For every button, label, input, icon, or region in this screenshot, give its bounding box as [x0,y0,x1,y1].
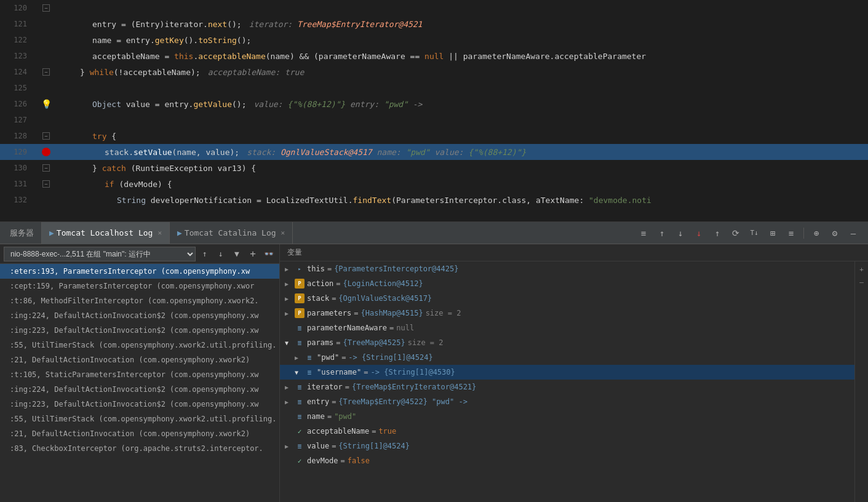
stack-item-9[interactable]: :ing:223, DefaultActionInvocation$2 (com… [0,397,279,412]
stack-item-0[interactable]: :eters:193, ParametersInterceptor (com.o… [0,264,279,279]
var-value-7: -> {String[1]@4530} [370,368,455,376]
var-name-10: name [307,412,325,421]
expand-arrow-2[interactable]: ▶ [285,295,293,302]
tab-tomcat-localhost-close[interactable]: ✕ [157,229,162,237]
line-gutter-126: 💡 [37,99,55,109]
toolbar-btn-settings[interactable]: ⚙ [827,226,842,241]
toolbar-btn-menu[interactable]: ≡ [636,226,651,241]
toolbar-btn-list[interactable]: ≡ [784,226,798,241]
variables-list: ▶▸this = {ParametersInterceptor@4425}▶Pa… [280,261,868,502]
expand-arrow-3[interactable]: ▶ [285,310,293,317]
debug-value-126: value: {"%(88+12)"} entry: "pwd" -> [253,100,422,109]
expand-arrow-12[interactable]: ▶ [285,443,293,450]
tab-tomcat-catalina[interactable]: ▶ Tomcat Catalina Log ✕ [170,222,293,244]
expand-arrow-5[interactable]: ▼ [285,340,293,346]
var-item-2[interactable]: ▶Pstack = {OgnlValueStack@4517} [280,291,868,306]
side-remove-btn[interactable]: – [856,276,867,287]
toolbar-btn-up2[interactable]: ↑ [710,226,725,241]
callstack-down-btn[interactable]: ↓ [214,247,228,261]
code-editor: 120−121entry = (Entry)iterator.next();it… [0,0,868,221]
var-name-13: devMode [307,456,338,465]
tab-server[interactable]: 服务器 [2,222,42,244]
tab-tomcat-localhost[interactable]: ▶ Tomcat Localhost Log ✕ [42,222,170,244]
variables-panel: 变量 ▶▸this = {ParametersInterceptor@4425}… [280,244,868,502]
tab-toolbar: ≡ ↑ ↓ ↓ ↑ ⟳ T↓ ⊞ ≡ ⊕ ⚙ — [636,226,866,241]
var-item-5[interactable]: ▼≡params = {TreeMap@4525} size = 2 [280,335,868,350]
stack-item-5[interactable]: :55, UtilTimerStack (com.opensymphony.xw… [0,338,279,353]
var-name-0: this [307,265,325,273]
tab-bar: 服务器 ▶ Tomcat Localhost Log ✕ ▶ Tomcat Ca… [0,222,868,244]
code-line-122: 122name = entry.getKey().toString(); [0,32,868,48]
var-value-4: null [396,324,414,332]
stack-item-3[interactable]: :ing:224, DefaultActionInvocation$2 (com… [0,308,279,323]
fold-icon-131[interactable]: − [42,180,50,188]
var-item-1[interactable]: ▶Paction = {LoginAction@4512} [280,276,868,291]
var-item-3[interactable]: ▶Pparameters = {HashMap@4515} size = 2 [280,306,868,321]
fold-icon-120[interactable]: − [42,4,50,12]
toolbar-btn-up[interactable]: ↑ [655,226,669,241]
code-content-123: acceptableName = this.acceptableName(nam… [55,52,868,61]
toolbar-btn-down2[interactable]: ↓ [691,226,706,241]
stack-item-12[interactable]: :83, CheckboxInterceptor (org.apache.str… [0,441,279,456]
var-value-9: {TreeMap$Entry@4522} "pwd" -> [338,397,468,406]
var-size-5: size = 2 [408,338,444,347]
var-value-2: {OgnlValueStack@4517} [338,294,432,303]
var-item-4[interactable]: ≡parameterNameAware = null [280,321,868,335]
expand-arrow-1[interactable]: ▶ [285,281,293,287]
expand-arrow-8[interactable]: ▶ [285,384,293,391]
line-number-129: 129 [0,148,37,156]
var-item-6[interactable]: ▶≡"pwd" = -> {String[1]@4524} [280,350,868,365]
var-item-9[interactable]: ▶≡entry = {TreeMap$Entry@4522} "pwd" -> [280,394,868,409]
code-line-131: 131−if (devMode) { [0,176,868,192]
var-icon-3: P [295,308,305,318]
stack-item-11[interactable]: :21, DefaultActionInvocation (com.opensy… [0,426,279,441]
code-content-129: stack.setValue(name, value);stack: OgnlV… [55,148,868,157]
var-item-12[interactable]: ▶≡value = {String[1]@4524} [280,439,868,453]
stack-item-2[interactable]: :t:86, MethodFilterInterceptor (com.open… [0,293,279,308]
callstack-up-btn[interactable]: ↑ [198,247,212,261]
toolbar-btn-refresh[interactable]: ⟳ [728,226,743,241]
code-line-128: 128−try { [0,128,868,144]
fold-icon-124[interactable]: − [42,68,50,76]
line-number-120: 120 [0,4,37,12]
line-number-124: 124 [0,68,37,76]
stack-item-10[interactable]: :55, UtilTimerStack (com.opensymphony.xw… [0,412,279,426]
var-icon-13: ✓ [295,456,305,466]
expand-arrow-7[interactable]: ▼ [295,369,303,376]
line-number-127: 127 [0,116,37,124]
fold-icon-130[interactable]: − [42,164,50,172]
vars-side-panel: ▶▸this = {ParametersInterceptor@4425}▶Pa… [280,261,868,502]
lightbulb-icon-126[interactable]: 💡 [41,99,52,109]
line-gutter-124: − [37,68,55,76]
callstack-filter-btn[interactable]: ▼ [230,247,244,261]
var-item-8[interactable]: ▶≡iterator = {TreeMap$EntryIterator@4521… [280,380,868,394]
code-line-130: 130−} catch (RuntimeException var13) { [0,160,868,176]
stack-item-1[interactable]: :cept:159, ParametersInterceptor (com.op… [0,279,279,293]
toolbar-btn-filter[interactable]: T↓ [747,226,762,241]
var-item-7[interactable]: ▼≡"username" = -> {String[1]@4530} [280,365,868,380]
toolbar-btn-add[interactable]: ⊕ [809,226,824,241]
fold-icon-128[interactable]: − [42,132,50,140]
toolbar-btn-down1[interactable]: ↓ [673,226,688,241]
var-item-0[interactable]: ▶▸this = {ParametersInterceptor@4425} [280,261,868,276]
toolbar-btn-grid[interactable]: ⊞ [765,226,780,241]
var-icon-0: ▸ [295,264,305,274]
breakpoint-icon[interactable] [42,148,50,156]
stack-item-7[interactable]: :t:105, StaticParametersInterceptor (com… [0,367,279,382]
thread-select[interactable]: nio-8888-exec-...2,511 在组 "main": 运行中 [4,247,196,261]
stack-item-6[interactable]: :21, DefaultActionInvocation (com.opensy… [0,353,279,367]
side-add-btn[interactable]: + [856,264,867,275]
var-item-13[interactable]: ✓devMode = false [280,453,868,468]
expand-arrow-9[interactable]: ▶ [285,399,293,405]
callstack-add-btn[interactable]: + [246,247,260,261]
callstack-glasses-btn[interactable]: 👓 [262,247,276,261]
code-line-124: 124−} while(!acceptableName);acceptableN… [0,64,868,80]
expand-arrow-0[interactable]: ▶ [285,266,293,273]
tab-tomcat-catalina-close[interactable]: ✕ [281,229,285,237]
toolbar-btn-minimize[interactable]: — [846,226,861,241]
stack-item-4[interactable]: :ing:223, DefaultActionInvocation$2 (com… [0,323,279,338]
stack-item-8[interactable]: :ing:224, DefaultActionInvocation$2 (com… [0,382,279,397]
var-item-11[interactable]: ✓acceptableName = true [280,424,868,439]
expand-arrow-6[interactable]: ▶ [295,354,303,361]
var-item-10[interactable]: ≡name = "pwd" [280,409,868,424]
